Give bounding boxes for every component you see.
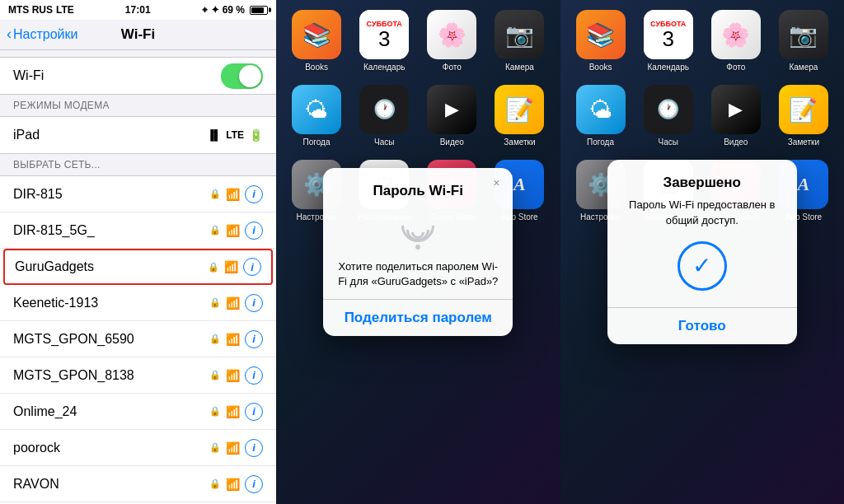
app-icon[interactable]: 🌸Фото bbox=[709, 10, 763, 72]
network-row[interactable]: MGTS_GPON_8138🔒📶i bbox=[0, 357, 276, 394]
modem-right: ▐▌ LTE 🔋 bbox=[207, 128, 263, 142]
app-name-label: Видео bbox=[724, 138, 748, 147]
network-right: 🔒📶i bbox=[209, 439, 263, 457]
network-name: RAVON bbox=[13, 477, 59, 492]
app-name-label: Заметки bbox=[504, 138, 535, 147]
network-right: 🔒📶i bbox=[209, 330, 263, 348]
app-name-label: Календарь bbox=[647, 63, 688, 72]
back-button[interactable]: ‹ Настройки bbox=[7, 26, 77, 43]
network-name: Keenetic-1913 bbox=[13, 296, 98, 310]
app-icon[interactable]: 📚Books bbox=[574, 10, 628, 72]
app-name-label: Камера bbox=[505, 63, 534, 72]
wifi-toggle-switch[interactable] bbox=[221, 63, 263, 89]
network-row[interactable]: MGTS_GPON_6590🔒📶i bbox=[0, 321, 276, 357]
app-icon-img: 🕐 bbox=[644, 85, 693, 134]
lte-label: LTE bbox=[226, 129, 244, 141]
app-icon[interactable]: 🕐Часы bbox=[641, 85, 696, 147]
app-icon-img: 📚 bbox=[576, 10, 626, 59]
modem-section: iPad ▐▌ LTE 🔋 bbox=[0, 116, 276, 154]
wifi-toggle-row[interactable]: Wi-Fi bbox=[13, 58, 263, 94]
app-icon[interactable]: 📝Заметки bbox=[776, 85, 831, 147]
battery-label: 69 % bbox=[223, 4, 245, 16]
phone-panels: 📚BooksСуббота3Календарь🌸Фото📷Камера🌤Пого… bbox=[276, 0, 844, 504]
back-chevron-icon: ‹ bbox=[7, 26, 12, 43]
share-password-button[interactable]: Поделиться паролем bbox=[323, 300, 513, 336]
wifi-signal-icon: 📶 bbox=[226, 224, 240, 237]
lock-icon: 🔒 bbox=[209, 478, 221, 489]
network-row[interactable]: RAVON🔒📶i bbox=[0, 466, 276, 502]
bluetooth-icon: ✦ bbox=[211, 4, 219, 16]
back-label: Настройки bbox=[13, 27, 77, 42]
app-name-label: Books bbox=[305, 63, 328, 72]
app-icon[interactable]: Суббота3Календарь bbox=[641, 10, 696, 72]
info-button[interactable]: i bbox=[243, 258, 261, 276]
app-icon[interactable]: 🌤Погода bbox=[574, 85, 628, 147]
carrier-label: MTS RUS bbox=[8, 4, 53, 16]
app-icon-img: 🕐 bbox=[359, 85, 409, 134]
dialog-close-btn[interactable]: × bbox=[488, 175, 504, 191]
modem-name: iPad bbox=[13, 128, 40, 142]
modem-row[interactable]: iPad ▐▌ LTE 🔋 bbox=[0, 117, 276, 153]
lock-icon: 🔒 bbox=[209, 225, 221, 236]
network-row[interactable]: DIR-815_5G_🔒📶i bbox=[0, 212, 276, 249]
app-name-label: Заметки bbox=[788, 138, 819, 147]
info-button[interactable]: i bbox=[245, 403, 263, 421]
app-icon[interactable]: 📚Books bbox=[289, 10, 344, 72]
app-icon[interactable]: 📷Камера bbox=[492, 10, 546, 72]
toggle-knob bbox=[239, 65, 261, 87]
app-name-label: Фото bbox=[726, 63, 745, 72]
app-icon[interactable]: 🕐Часы bbox=[357, 85, 411, 147]
info-button[interactable]: i bbox=[245, 366, 263, 385]
wifi-dialog-title: Пароль Wi-Fi bbox=[373, 183, 463, 199]
lock-icon: 🔒 bbox=[209, 334, 221, 344]
info-button[interactable]: i bbox=[245, 185, 263, 203]
network-label: LTE bbox=[56, 4, 74, 16]
done-dialog: Завершено Пароль Wi-Fi предоставлен в об… bbox=[607, 160, 797, 343]
app-icon[interactable]: ▶Видео bbox=[709, 85, 763, 147]
network-right: 🔒📶i bbox=[209, 294, 263, 312]
networks-list: DIR-815🔒📶iDIR-815_5G_🔒📶iGuruGadgets🔒📶iKe… bbox=[0, 175, 276, 504]
network-name: DIR-815 bbox=[13, 187, 63, 202]
done-dialog-body: Завершено Пароль Wi-Fi предоставлен в об… bbox=[607, 160, 797, 306]
network-name: MGTS_GPON_8138 bbox=[13, 368, 134, 383]
wifi-toggle-label: Wi-Fi bbox=[13, 68, 44, 83]
network-name: MGTS_GPON_6590 bbox=[13, 332, 134, 347]
wifi-signal-icon: 📶 bbox=[226, 405, 240, 418]
wifi-dialog-body: × Пароль Wi-Fi Хотите поделиться паролем… bbox=[323, 168, 513, 299]
app-icon[interactable]: 🌤Погода bbox=[289, 85, 344, 147]
info-button[interactable]: i bbox=[245, 330, 263, 348]
info-button[interactable]: i bbox=[245, 439, 263, 457]
network-row[interactable]: Onlime_24🔒📶i bbox=[0, 394, 276, 430]
app-name-label: Видео bbox=[440, 138, 464, 147]
page-title: Wi-Fi bbox=[121, 26, 155, 43]
battery-icon bbox=[250, 6, 268, 15]
app-icon-img: 📚 bbox=[292, 10, 341, 59]
app-icon[interactable]: ▶Видео bbox=[424, 85, 479, 147]
app-name-label: Календарь bbox=[363, 63, 405, 72]
network-right: 🔒📶i bbox=[209, 366, 263, 385]
network-name: GuruGadgets bbox=[15, 259, 94, 274]
done-dialog-text: Пароль Wi-Fi предоставлен в общий доступ… bbox=[621, 198, 784, 227]
app-name-label: Часы bbox=[374, 138, 394, 147]
app-icon-img: 📷 bbox=[495, 10, 544, 59]
app-name-label: Погода bbox=[303, 138, 331, 147]
app-icon-img: 🌸 bbox=[711, 10, 761, 59]
network-row[interactable]: Keenetic-1913🔒📶i bbox=[0, 285, 276, 321]
network-row[interactable]: DIR-815🔒📶i bbox=[0, 176, 276, 212]
info-button[interactable]: i bbox=[245, 475, 263, 493]
time-label: 17:01 bbox=[125, 4, 151, 16]
wifi-signal-icon: 📶 bbox=[224, 260, 238, 273]
info-button[interactable]: i bbox=[245, 294, 263, 312]
network-row[interactable]: poorock🔒📶i bbox=[0, 430, 276, 466]
app-icon[interactable]: Суббота3Календарь bbox=[357, 10, 411, 72]
network-name: Onlime_24 bbox=[13, 404, 77, 419]
done-button[interactable]: Готово bbox=[607, 308, 797, 344]
network-row[interactable]: GuruGadgets🔒📶i bbox=[3, 249, 273, 285]
network-name: DIR-815_5G_ bbox=[13, 223, 95, 238]
app-icon[interactable]: 🌸Фото bbox=[424, 10, 479, 72]
app-icon[interactable]: 📷Камера bbox=[776, 10, 831, 72]
check-circle: ✓ bbox=[678, 241, 727, 291]
app-icon[interactable]: 📝Заметки bbox=[492, 85, 546, 147]
lock-icon: 🔒 bbox=[209, 406, 221, 417]
info-button[interactable]: i bbox=[245, 222, 263, 240]
